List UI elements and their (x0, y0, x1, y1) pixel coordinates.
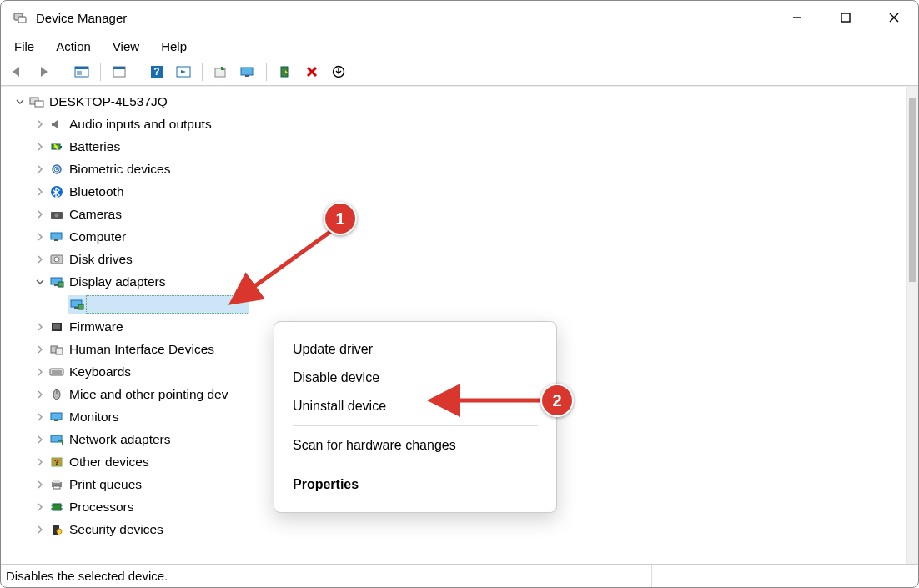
svg-rect-60 (53, 504, 61, 510)
properties-button[interactable] (108, 61, 131, 83)
tree-item[interactable]: Security devices (4, 518, 906, 540)
tree-label: Processors (66, 500, 134, 515)
scan-hardware-button[interactable] (236, 61, 259, 83)
mouse-icon (48, 388, 66, 401)
svg-rect-46 (56, 348, 63, 354)
window-controls (773, 1, 918, 34)
tree-label: Keyboards (66, 364, 131, 379)
chevron-right-icon[interactable] (33, 413, 48, 421)
chevron-down-icon[interactable] (33, 278, 48, 286)
cm-uninstall-device[interactable]: Uninstall device (274, 392, 556, 420)
chevron-right-icon[interactable] (33, 233, 48, 241)
tree-label: Human Interface Devices (66, 342, 214, 357)
chevron-right-icon[interactable] (33, 525, 48, 534)
chevron-right-icon[interactable] (33, 210, 48, 219)
tree-label: Audio inputs and outputs (66, 117, 212, 132)
minimize-button[interactable] (773, 1, 821, 34)
tree-item[interactable]: Batteries (4, 135, 906, 158)
cm-properties[interactable]: Properties (274, 470, 556, 499)
window-title: Device Manager (36, 11, 127, 25)
tree-item[interactable] (4, 293, 906, 315)
chevron-right-icon[interactable] (33, 435, 48, 444)
bluetooth-icon (48, 185, 66, 199)
tree-item[interactable]: Computer (4, 225, 906, 248)
maximize-button[interactable] (821, 1, 870, 34)
menu-view[interactable]: View (111, 38, 141, 55)
forward-button[interactable] (33, 61, 56, 83)
chevron-right-icon[interactable] (33, 480, 48, 489)
disk-icon (48, 253, 66, 266)
computer-icon (28, 95, 46, 108)
chevron-right-icon[interactable] (33, 458, 48, 466)
chevron-down-icon[interactable] (13, 98, 28, 106)
svg-rect-17 (241, 68, 253, 75)
cm-disable-device[interactable]: Disable device (274, 364, 556, 392)
svg-point-36 (54, 257, 59, 262)
tree-label: Display adapters (66, 274, 165, 289)
menu-help[interactable]: Help (159, 38, 188, 55)
svg-rect-41 (74, 307, 78, 309)
computer-icon (48, 230, 66, 244)
tree-item[interactable]: Audio inputs and outputs (4, 113, 906, 135)
chevron-right-icon[interactable] (33, 255, 48, 264)
back-button[interactable] (6, 61, 29, 83)
tree-item[interactable]: Bluetooth (4, 180, 906, 203)
svg-rect-42 (78, 304, 83, 309)
vertical-scrollbar[interactable] (906, 87, 918, 564)
tree-label: Firmware (66, 319, 123, 334)
security-icon (48, 523, 66, 536)
tree-label: Security devices (66, 522, 163, 537)
tree-label: Other devices (66, 455, 149, 470)
cm-scan-hardware[interactable]: Scan for hardware changes (274, 431, 556, 460)
cm-separator (293, 425, 538, 426)
enable-device-button[interactable] (274, 61, 297, 83)
chevron-right-icon[interactable] (33, 165, 48, 173)
chevron-right-icon[interactable] (33, 188, 48, 196)
cm-update-driver[interactable]: Update driver (274, 335, 556, 364)
tree-label: Monitors (66, 410, 118, 425)
chevron-right-icon[interactable] (33, 368, 48, 376)
tree-label: Cameras (66, 207, 122, 222)
monitor-icon (48, 410, 66, 424)
svg-point-32 (55, 213, 59, 217)
svg-point-29 (56, 168, 58, 170)
svg-rect-58 (53, 480, 60, 483)
update-driver-button[interactable] (209, 61, 233, 83)
svg-rect-11 (113, 67, 125, 69)
action-center-button[interactable] (172, 61, 195, 83)
firmware-icon (48, 320, 66, 334)
tree-label: Biometric devices (66, 162, 170, 177)
camera-icon (48, 208, 66, 221)
title-bar: Device Manager (1, 1, 918, 34)
close-button[interactable] (870, 1, 918, 34)
svg-rect-33 (51, 233, 62, 239)
chevron-right-icon[interactable] (33, 323, 48, 331)
show-hide-console-tree-button[interactable] (70, 61, 93, 83)
root-node[interactable]: DESKTOP-4L537JQ (4, 90, 906, 113)
disable-device-button[interactable] (300, 61, 324, 83)
tree-label: Print queues (66, 477, 142, 492)
chevron-right-icon[interactable] (33, 503, 48, 511)
tree-item[interactable]: Biometric devices (4, 158, 906, 180)
uninstall-device-button[interactable] (327, 61, 350, 83)
app-icon (13, 10, 28, 25)
chevron-right-icon[interactable] (33, 345, 48, 354)
keyboard-icon (48, 365, 66, 379)
hid-icon (48, 343, 66, 356)
svg-rect-59 (53, 486, 60, 489)
chevron-right-icon[interactable] (33, 143, 48, 151)
scrollbar-thumb[interactable] (909, 98, 916, 282)
svg-rect-53 (54, 420, 58, 421)
help-button[interactable]: ? (145, 61, 168, 83)
chevron-right-icon[interactable] (33, 120, 48, 128)
menu-bar: File Action View Help (1, 34, 918, 58)
menu-file[interactable]: File (13, 38, 36, 55)
battery-icon (48, 140, 66, 153)
svg-rect-38 (54, 284, 58, 286)
chevron-right-icon[interactable] (33, 390, 48, 399)
tree-item[interactable]: Disk drives (4, 248, 906, 270)
tree-item[interactable]: Display adapters (4, 270, 906, 293)
tree-item[interactable]: Cameras (4, 203, 906, 225)
svg-rect-24 (35, 101, 43, 107)
menu-action[interactable]: Action (54, 38, 93, 55)
